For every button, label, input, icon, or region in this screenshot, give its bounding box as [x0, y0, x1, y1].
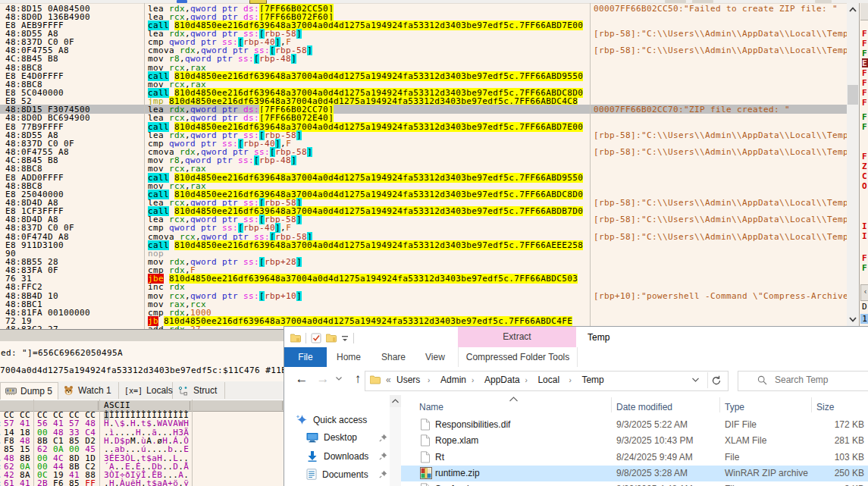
search-box[interactable]: Search Temp	[738, 371, 868, 391]
sidebar-item-desktop[interactable]: Desktop	[306, 432, 357, 443]
breadcrumb-separator-icon[interactable]: ›	[428, 372, 430, 389]
column-header-date-modified[interactable]: Date modified	[616, 402, 672, 412]
side-pane-letter: F	[862, 29, 868, 38]
tab-label: Locals	[146, 385, 173, 396]
disasm-scrollbar[interactable]	[847, 3, 859, 326]
file-name: Responsibilities.dif	[435, 419, 510, 430]
breadcrumb-admin[interactable]: Admin	[440, 372, 466, 389]
file-row-responsibilities-dif[interactable]: Responsibilities.dif9/3/2025 5:22 AMDIF …	[401, 417, 868, 433]
forward-button[interactable]: →	[315, 371, 331, 387]
tab-compressed-folder-tools[interactable]: Compressed Folder Tools	[458, 347, 578, 367]
file-row-seafood[interactable]: Seafood8/20/2025 4:48 AMFile3 KB	[401, 481, 868, 486]
contextual-tab-header: Extract	[458, 327, 576, 347]
breadcrumb-local[interactable]: Local	[537, 372, 559, 389]
dump-byte-char: B	[42, 478, 48, 486]
breadcrumb-separator-icon[interactable]: ›	[569, 372, 571, 389]
properties-check-icon[interactable]	[311, 333, 321, 343]
info-line: ed: "]=656C69662050495A	[1, 348, 123, 358]
column-header-type[interactable]: Type	[725, 402, 744, 412]
dump-column-divider	[33, 400, 34, 486]
side-pane-letter: I	[862, 221, 868, 230]
dump-byte-char	[14, 478, 20, 486]
folder-icon[interactable]	[290, 334, 301, 343]
file-row-rt[interactable]: Rt8/24/2025 9:49 AMFile103 KB	[401, 450, 868, 466]
sidebar-item-quick-access[interactable]: Quick access	[296, 414, 367, 425]
breadcrumb-separator-icon[interactable]: ›	[472, 372, 474, 389]
dump-byte-char: 2	[37, 478, 42, 486]
file-name: Rope.xlam	[435, 435, 478, 446]
column-divider[interactable]	[811, 397, 812, 412]
file-row-runtime-zip[interactable]: runtime.zip9/8/2025 3:28 AMWinRAR ZIP ar…	[401, 466, 868, 481]
pin-icon[interactable]	[379, 452, 387, 460]
file-size: 250 KB	[795, 468, 864, 478]
breadcrumb-appdata[interactable]: AppData	[484, 372, 520, 389]
disasm-column-divider[interactable]	[144, 3, 145, 329]
tab-file[interactable]: File	[284, 347, 327, 367]
file-name: runtime.zip	[435, 468, 480, 478]
search-icon	[757, 375, 767, 385]
breadcrumb-temp[interactable]: Temp	[581, 372, 603, 389]
breadcrumb-users[interactable]: Users	[396, 372, 420, 389]
refresh-icon[interactable]	[711, 375, 722, 386]
side-pane-letter: F	[862, 112, 868, 121]
breadcrumb-overflow-icon[interactable]: «	[386, 372, 391, 389]
pin-icon[interactable]	[379, 470, 387, 478]
dump-byte-char: F	[53, 478, 58, 486]
pin-icon[interactable]	[379, 434, 387, 442]
side-scroll-left-icon[interactable]: ‹	[860, 284, 868, 301]
tab-view[interactable]: View	[425, 347, 445, 367]
new-folder-icon[interactable]	[326, 334, 337, 343]
file-name: Rt	[435, 452, 444, 462]
paw-icon	[63, 385, 74, 396]
sidebar-item-downloads[interactable]: Downloads	[306, 450, 368, 462]
nav-scroll-up-icon[interactable]	[390, 395, 401, 407]
file-size: 172 KB	[795, 419, 864, 430]
sidebar-item-documents[interactable]: Documents	[306, 469, 368, 480]
address-box[interactable]: «Users›Admin›AppData›Local›Temp	[365, 371, 729, 391]
recent-locations-icon[interactable]	[334, 371, 344, 387]
side-pane-letter: C	[862, 171, 868, 180]
file-icon	[420, 451, 432, 463]
address-dropdown-icon[interactable]	[692, 378, 699, 382]
dump-column-divider	[192, 400, 193, 486]
breadcrumb-separator-icon[interactable]: ›	[525, 372, 527, 389]
desktop-icon	[306, 432, 318, 443]
side-pane-letter: F	[862, 122, 868, 131]
up-button[interactable]: ↑	[350, 371, 365, 387]
address-separator	[707, 372, 708, 388]
dump-byte-char: F	[90, 478, 96, 486]
tab-dump-5[interactable]: Dump 5	[0, 382, 58, 400]
dump-column-divider	[99, 400, 100, 486]
dump-byte-char: 6	[4, 478, 9, 486]
side-pane-letter: O	[862, 181, 868, 190]
column-header-size[interactable]: Size	[816, 402, 834, 412]
tab-watch-1[interactable]: Watch 1	[58, 382, 119, 399]
tab-struct[interactable]: Struct	[174, 382, 225, 399]
tab-home[interactable]: Home	[337, 347, 361, 367]
dump-byte-char: 4	[20, 478, 25, 486]
column-divider[interactable]	[719, 397, 720, 412]
side-pane-letter: F	[862, 98, 868, 107]
nav-scrollbar[interactable]	[390, 395, 401, 486]
disasm-scrollbar-thumb[interactable]	[848, 85, 858, 105]
disassembly-pane[interactable]: 48:8D15 0A084500lea rdx,qword ptr ds:[7F…	[0, 3, 859, 329]
sort-ascending-icon[interactable]	[509, 397, 518, 402]
disasm-comment-divider[interactable]	[590, 3, 591, 329]
tab-share[interactable]: Share	[381, 347, 406, 367]
scroll-up-icon[interactable]	[847, 3, 859, 16]
side-pane-text: D	[862, 302, 867, 312]
back-button[interactable]: ←	[294, 371, 309, 387]
column-divider[interactable]	[611, 397, 612, 412]
address-folder-icon	[370, 375, 381, 384]
downloads-icon	[306, 450, 318, 462]
file-type: DIF File	[725, 419, 757, 430]
dump-byte-char: H	[109, 478, 114, 486]
tab-locals[interactable]: [x=]Locals	[120, 382, 173, 399]
qat-customize-icon[interactable]	[341, 334, 349, 342]
explorer-content: Quick accessDesktopDownloadsDocuments Na…	[284, 394, 868, 486]
scroll-down-icon[interactable]	[847, 313, 859, 326]
column-header-name[interactable]: Name	[419, 402, 443, 412]
dump-header-ascii: ASCII	[104, 400, 130, 410]
side-pane-selected-cell[interactable]: 1	[860, 314, 868, 324]
file-row-rope-xlam[interactable]: Rope.xlam9/3/2025 10:43 PMXLAM File281 K…	[401, 433, 868, 449]
